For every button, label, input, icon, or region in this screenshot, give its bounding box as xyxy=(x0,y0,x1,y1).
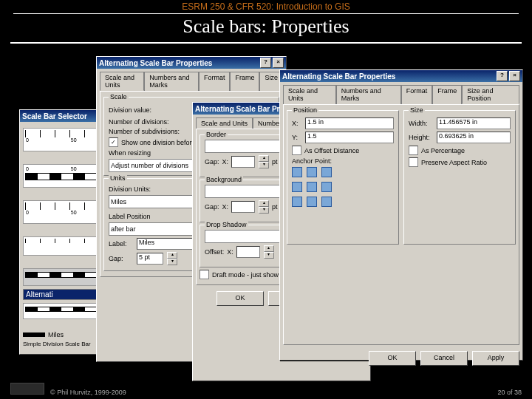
bg-x-input[interactable] xyxy=(231,201,255,213)
tab-numbers[interactable]: Numbers and Marks xyxy=(336,85,401,104)
spin[interactable]: ▴▾ xyxy=(259,200,269,214)
label-position-label: Label Position xyxy=(109,213,151,220)
gap-x-input[interactable] xyxy=(231,156,255,168)
width-label: Width: xyxy=(409,120,434,127)
cancel-button[interactable]: Cancel xyxy=(420,351,468,366)
window-title: Alternating Scale Bar Properties xyxy=(99,59,259,67)
tab-bar: Scale and Units Numbers and Marks Format… xyxy=(97,69,286,91)
resize-label: When resizing xyxy=(109,149,151,157)
x-input[interactable]: 1.5 in xyxy=(305,117,394,129)
anchor-ml[interactable] xyxy=(292,182,302,192)
division-units-label: Division Units: xyxy=(109,185,151,193)
num-subdivisions-label: Number of subdivisions: xyxy=(109,128,180,135)
copyright: © Phil Hurvitz, 1999-2009 xyxy=(50,389,126,396)
division-value-label: Division value: xyxy=(109,106,151,114)
slide-title: Scale bars: Properties xyxy=(0,16,532,38)
ok-button[interactable]: OK xyxy=(216,291,264,306)
label-input[interactable]: Miles xyxy=(137,238,200,250)
divider xyxy=(10,42,522,44)
ok-button[interactable]: OK xyxy=(369,351,416,366)
anchor-tr[interactable] xyxy=(321,167,332,177)
gap-label: Gap: xyxy=(109,255,134,262)
y-label: Y: xyxy=(292,134,302,141)
offset-x-input[interactable] xyxy=(236,246,260,258)
uw-logo xyxy=(10,383,44,395)
gap-label: Gap: xyxy=(205,158,219,166)
gap-label: Gap: xyxy=(205,203,219,211)
divider xyxy=(13,13,519,14)
anchor-tl[interactable] xyxy=(292,167,302,177)
help-button[interactable]: ? xyxy=(260,58,271,68)
draft-label: Draft mode - just show xyxy=(212,271,279,279)
window-title: Alternating Scale Bar Properties xyxy=(282,72,495,81)
show-one-label: Show one division before xyxy=(121,139,196,146)
tab-size-position[interactable]: Size and Position xyxy=(462,85,519,104)
gap-spinner[interactable]: ▴▾ xyxy=(167,252,177,265)
offset-label: Offset: xyxy=(205,248,224,256)
help-button[interactable]: ? xyxy=(497,71,508,81)
x-label: X: xyxy=(222,158,229,166)
preserve-aspect-checkbox[interactable] xyxy=(409,157,418,167)
apply-button[interactable]: Apply xyxy=(472,351,519,366)
anchor-tc[interactable] xyxy=(307,167,317,177)
close-button[interactable]: × xyxy=(509,71,520,81)
tab-scale-units[interactable]: Scale and Units xyxy=(100,72,144,91)
anchor-label: Anchor Point: xyxy=(292,157,332,165)
anchor-bl[interactable] xyxy=(292,197,302,207)
percentage-label: As Percentage xyxy=(421,147,465,154)
tab-bar: Scale and Units Numbers and Marks Format… xyxy=(280,82,522,104)
tab-numbers[interactable]: Numbers and Marks xyxy=(144,72,199,91)
props-dialog-sizepos: Alternating Scale Bar Properties ? × Sca… xyxy=(279,69,523,361)
anchor-mr[interactable] xyxy=(321,182,332,192)
spin[interactable]: ▴▾ xyxy=(259,155,269,168)
height-label: Height: xyxy=(409,134,434,141)
course-label: ESRM 250 & CFR 520: Introduction to GIS xyxy=(0,0,532,12)
num-divisions-label: Number of divisions: xyxy=(109,118,169,126)
anchor-grid[interactable] xyxy=(292,167,394,207)
tab-format[interactable]: Format xyxy=(401,85,433,104)
height-input[interactable]: 0.693625 in xyxy=(437,132,511,143)
percentage-checkbox[interactable] xyxy=(409,146,418,155)
tab-scale-units[interactable]: Scale and Units xyxy=(283,85,336,104)
offset-label: As Offset Distance xyxy=(304,147,359,154)
tab-frame[interactable]: Frame xyxy=(432,85,462,104)
y-input[interactable]: 1.5 xyxy=(305,132,394,143)
width-input[interactable]: 11.456575 in xyxy=(437,117,511,129)
tab-scale-units[interactable]: Scale and Units xyxy=(196,117,253,129)
anchor-mc[interactable] xyxy=(307,182,317,192)
miles-unit: Miles xyxy=(48,331,64,338)
draft-checkbox[interactable] xyxy=(200,270,209,279)
gap-input[interactable]: 5 pt xyxy=(137,253,163,265)
preserve-label: Preserve Aspect Ratio xyxy=(421,159,487,166)
anchor-br[interactable] xyxy=(321,197,332,207)
close-button[interactable]: × xyxy=(273,58,284,68)
show-one-checkbox[interactable]: ✓ xyxy=(109,137,118,147)
offset-checkbox[interactable] xyxy=(292,146,301,155)
tab-format[interactable]: Format xyxy=(199,72,231,91)
spin[interactable]: ▴▾ xyxy=(264,245,274,259)
x-label: X: xyxy=(292,120,302,127)
label-label: Label: xyxy=(109,240,134,248)
bar-swatch xyxy=(23,332,45,337)
size-group: Size Width:11.456575 in Height:0.693625 … xyxy=(403,110,516,245)
tab-frame[interactable]: Frame xyxy=(230,72,259,91)
page-number: 20 of 38 xyxy=(497,389,522,396)
position-group: Position X:1.5 in Y:1.5 As Offset Distan… xyxy=(287,110,399,245)
anchor-bc[interactable] xyxy=(307,197,317,207)
